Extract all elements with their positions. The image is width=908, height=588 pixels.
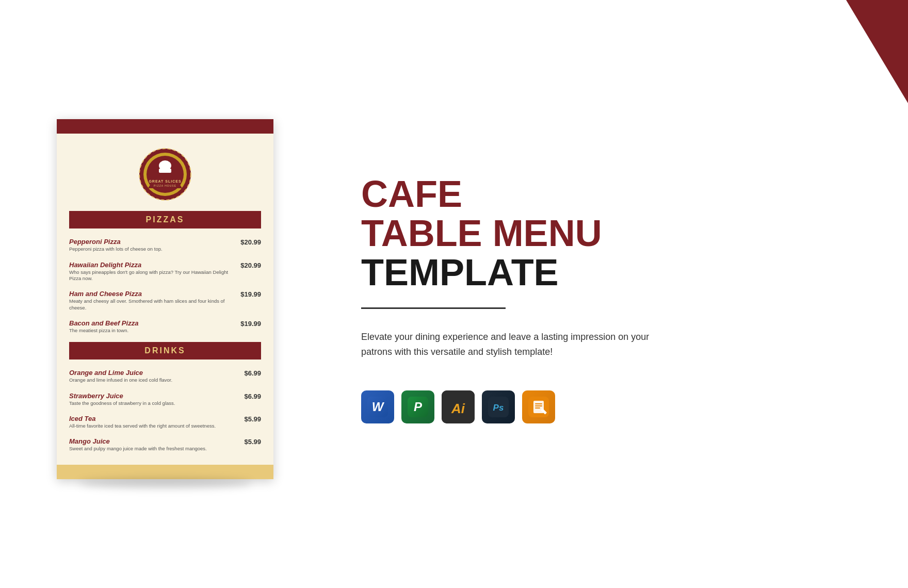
pages-icon bbox=[522, 390, 555, 423]
menu-content: GREAT SLICES PIZZA HOUSE PIZZAS Pepperon… bbox=[57, 134, 273, 464]
item-price: $19.99 bbox=[240, 290, 261, 298]
svg-text:Ai: Ai bbox=[451, 401, 465, 416]
menu-bottom-bar bbox=[57, 465, 273, 479]
menu-item: Orange and Lime Juice Orange and lime in… bbox=[57, 366, 273, 386]
menu-item: Mango Juice Sweet and pulpy mango juice … bbox=[57, 434, 273, 455]
divider bbox=[361, 307, 506, 309]
main-title: CAFE TABLE MENU TEMPLATE bbox=[361, 175, 867, 292]
svg-text:PIZZA HOUSE: PIZZA HOUSE bbox=[154, 184, 176, 187]
item-desc: The meatiest pizza in town. bbox=[69, 328, 234, 334]
drinks-header: DRINKS bbox=[69, 342, 261, 360]
menu-item: Bacon and Beef Pizza The meatiest pizza … bbox=[57, 316, 273, 337]
item-name: Hawaiian Delight Pizza bbox=[69, 261, 234, 269]
item-name: Iced Tea bbox=[69, 415, 238, 422]
item-price: $5.99 bbox=[244, 415, 261, 423]
item-price: $20.99 bbox=[240, 261, 261, 269]
menu-item: Hawaiian Delight Pizza Who says pineappl… bbox=[57, 258, 273, 285]
logo: GREAT SLICES PIZZA HOUSE bbox=[137, 146, 193, 203]
right-panel: CAFE TABLE MENU TEMPLATE Elevate your di… bbox=[330, 0, 908, 588]
menu-card: GREAT SLICES PIZZA HOUSE PIZZAS Pepperon… bbox=[57, 119, 273, 479]
item-desc: Sweet and pulpy mango juice made with th… bbox=[69, 446, 238, 452]
item-desc: Pepperoni pizza with lots of cheese on t… bbox=[69, 246, 234, 252]
menu-item: Pepperoni Pizza Pepperoni pizza with lot… bbox=[57, 235, 273, 255]
svg-text:GREAT SLICES: GREAT SLICES bbox=[149, 179, 181, 183]
svg-text:Ps: Ps bbox=[493, 403, 504, 413]
item-name: Strawberry Juice bbox=[69, 392, 238, 400]
word-icon: W bbox=[361, 390, 394, 423]
item-name: Pepperoni Pizza bbox=[69, 238, 234, 246]
item-name: Mango Juice bbox=[69, 437, 238, 445]
title-line2: TABLE MENU bbox=[361, 214, 867, 253]
menu-item: Ham and Cheese Pizza Meaty and cheesy al… bbox=[57, 287, 273, 314]
logo-area: GREAT SLICES PIZZA HOUSE bbox=[57, 134, 273, 211]
svg-text:W: W bbox=[372, 400, 385, 414]
pizzas-header: PIZZAS bbox=[69, 211, 261, 228]
illustrator-icon: Ai bbox=[442, 390, 475, 423]
item-desc: Taste the goodness of strawberry in a co… bbox=[69, 400, 238, 406]
item-name: Bacon and Beef Pizza bbox=[69, 319, 234, 327]
publisher-icon: P bbox=[401, 390, 434, 423]
title-line3: TEMPLATE bbox=[361, 253, 867, 292]
item-price: $5.99 bbox=[244, 437, 261, 446]
svg-text:P: P bbox=[414, 400, 423, 414]
item-price: $20.99 bbox=[240, 238, 261, 246]
svg-rect-20 bbox=[535, 407, 540, 409]
item-price: $6.99 bbox=[244, 392, 261, 400]
photoshop-icon: Ps bbox=[482, 390, 515, 423]
svg-rect-5 bbox=[159, 169, 171, 173]
menu-top-bar bbox=[57, 119, 273, 134]
svg-rect-19 bbox=[535, 405, 542, 406]
item-desc: All-time favorite iced tea served with t… bbox=[69, 423, 238, 429]
description: Elevate your dining experience and leave… bbox=[361, 330, 650, 360]
item-desc: Meaty and cheesy all over. Smothered wit… bbox=[69, 298, 234, 311]
item-price: $19.99 bbox=[240, 319, 261, 328]
item-name: Orange and Lime Juice bbox=[69, 369, 238, 377]
item-desc: Orange and lime infused in one iced cold… bbox=[69, 377, 238, 383]
corner-accent bbox=[846, 0, 908, 103]
menu-item: Iced Tea All-time favorite iced tea serv… bbox=[57, 412, 273, 432]
app-icons-row: W P Ai bbox=[361, 390, 867, 423]
item-price: $6.99 bbox=[244, 369, 261, 377]
svg-rect-18 bbox=[535, 403, 542, 404]
menu-shadow bbox=[78, 478, 252, 488]
menu-item: Strawberry Juice Taste the goodness of s… bbox=[57, 389, 273, 410]
item-desc: Who says pineapples don't go along with … bbox=[69, 269, 234, 282]
item-name: Ham and Cheese Pizza bbox=[69, 290, 234, 298]
title-line1: CAFE bbox=[361, 175, 867, 214]
left-panel: GREAT SLICES PIZZA HOUSE PIZZAS Pepperon… bbox=[0, 0, 330, 588]
